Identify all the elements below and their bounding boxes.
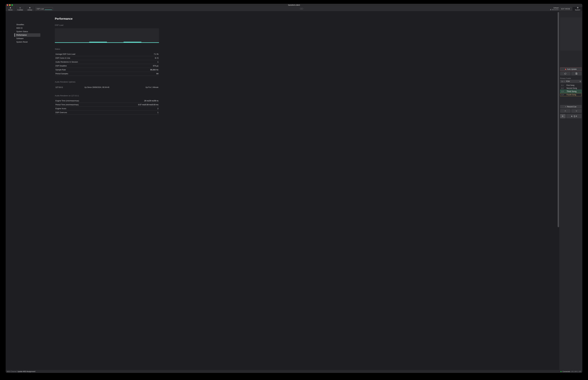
uptime-row: 127.0.0.1 Up Since 29/08/2024, 09:34:40 …: [55, 85, 159, 90]
cuelist-short: QL 1: [561, 80, 565, 82]
app-window: transform.client Home Cuelists Library D…: [6, 4, 582, 373]
cue-number: Q 1: [561, 84, 565, 86]
uptime-for: Up For 1 Minute: [129, 86, 159, 88]
preview-box: [560, 17, 582, 51]
tab-cuelists-label: Cuelists: [17, 9, 23, 11]
status-row: Period Samples64: [55, 72, 159, 76]
chevron-up-icon: [564, 110, 567, 112]
nav-item-performance[interactable]: Performance: [14, 33, 40, 37]
renderer-row: DSP Overruns1: [55, 111, 159, 114]
record-cue-button[interactable]: Record Cue: [560, 105, 582, 109]
renderer-row: Engine Time (min/mean/max)28 ns/29 ns/38…: [55, 99, 159, 103]
midi-channel-value[interactable]: Update MIDI Assignment!: [17, 371, 36, 372]
uptimes-heading: Audio Renderer Uptimes: [55, 81, 159, 83]
cue-row[interactable]: Q 1First Song: [560, 84, 582, 87]
status-key: Sample Rate: [55, 69, 66, 71]
status-heading: Status: [55, 48, 159, 50]
tab-system-label: System: [575, 9, 580, 11]
status-key: Audio Renderers In Session: [55, 61, 78, 63]
go-back-button[interactable]: [560, 114, 566, 118]
connected-dot-icon: [560, 371, 562, 372]
cue-name: Third Song: [567, 90, 576, 93]
tab-library-label: Library: [27, 9, 32, 11]
cue-number: Q 2: [561, 87, 565, 89]
cue-row[interactable]: Q 2Second Song: [560, 87, 582, 90]
undo-icon: [564, 72, 567, 75]
renderer-row: Engine Xruns2: [55, 107, 159, 111]
undo-button[interactable]: [560, 72, 571, 76]
uptime-ip: 127.0.0.1: [55, 86, 84, 88]
window-title: transform.client: [6, 4, 582, 6]
titlebar: transform.client: [6, 4, 582, 6]
renderer-value: 2: [158, 108, 159, 110]
showfile-indicator: Default Autosaved: [550, 7, 558, 10]
cue-name: Fourth Song: [567, 94, 576, 96]
dsp-load-chart: [55, 28, 159, 43]
document-icon: [550, 9, 551, 10]
library-icon: [29, 7, 31, 9]
status-row: Audio Renderers In Session1: [55, 60, 159, 64]
status-key: Period Samples: [55, 73, 68, 75]
renderer-value: 1: [158, 112, 159, 114]
main-content: Performance DSP Load Status Average DSP …: [40, 17, 159, 114]
nav-item-midi-io[interactable]: MIDI IO: [14, 26, 40, 30]
renderer-key: Engine Xruns: [55, 108, 66, 110]
tab-cuelists[interactable]: Cuelists: [15, 6, 25, 11]
scrollbar-thumb[interactable]: [558, 12, 559, 227]
dsp-segment: [124, 42, 141, 43]
gear-icon: [577, 7, 579, 9]
go-button[interactable]: Q 4: [566, 114, 582, 118]
tab-library[interactable]: Library: [25, 6, 35, 11]
nav-item-software[interactable]: Software: [14, 37, 40, 40]
dsp-segment: [55, 42, 89, 43]
status-value: 96,000 Hz: [150, 69, 159, 71]
renderer-key: DSP Overruns: [55, 112, 67, 114]
status-value: 6 / 6: [155, 57, 159, 59]
status-row: DSP Deadline573 μs: [55, 64, 159, 68]
cuelist-panel: Auto Update Primary Cuelist QL 1 FOH ⇅ Q…: [559, 11, 582, 370]
renderer-table: Engine Time (min/mean/max)28 ns/29 ns/38…: [55, 99, 159, 114]
midi-channel-label: MIDI Channel: [7, 371, 17, 372]
nav-item-system-reset[interactable]: System Reset: [14, 40, 40, 44]
renderer-key: Period Time (min/mean/max): [55, 104, 79, 106]
status-key: DSP Deadline: [55, 65, 67, 67]
cue-row[interactable]: Q 3Third Song: [560, 90, 582, 93]
dsp-segment: [141, 42, 159, 43]
nav-item-system-status[interactable]: System Status: [14, 30, 40, 33]
status-table: Average DSP Core Load7.1 %DSP Cores In U…: [55, 52, 159, 76]
dsp-mini-label: DSP Load: [36, 8, 44, 10]
cue-next-button[interactable]: [571, 109, 582, 113]
status-key: Average DSP Core Load: [55, 53, 75, 55]
dsp-load-mini[interactable]: DSP Load: [36, 7, 53, 10]
arrow-left-icon: [562, 115, 564, 117]
tab-home[interactable]: Home: [6, 6, 15, 11]
connected-ip: 192.168.2.100: [571, 371, 581, 372]
status-row: DSP Cores In Use6 / 6: [55, 56, 159, 60]
cuelist-name: FOH: [566, 80, 570, 82]
cue-row[interactable]: Q 4Fourth Song: [560, 93, 582, 96]
nav-item-showfiles[interactable]: Showfiles: [14, 23, 40, 26]
toolbar: Home Cuelists Library DSP Load Default: [6, 6, 582, 11]
cue-prev-button[interactable]: [560, 109, 571, 113]
tab-system[interactable]: System: [573, 7, 582, 11]
cue-table: Q 1First SongQ 2Second SongQ 3Third Song…: [560, 84, 582, 96]
renderer-value: 28 ns/29 ns/38 ns: [144, 100, 159, 102]
record-cue-label: Record Cue: [567, 106, 576, 108]
dsp-segment: [107, 42, 124, 43]
primary-cuelist-label: Primary Cuelist: [560, 77, 582, 79]
edit-mode-button[interactable]: EDIT MODE: [560, 7, 571, 10]
auto-update-button[interactable]: Auto Update: [560, 67, 582, 71]
status-bar: MIDI Channel Update MIDI Assignment! Con…: [6, 370, 582, 373]
dsp-mini-chart: [45, 8, 52, 10]
showfile-name: Default: [553, 7, 559, 9]
fire-icon: [571, 115, 573, 117]
save-button[interactable]: [571, 72, 582, 76]
renderer-value: 0.57 ms/0.59 ms/0.93 ms: [138, 104, 159, 106]
autosaved-label: Autosaved: [552, 9, 558, 11]
status-value: 64: [156, 73, 159, 75]
dsp-load-heading: DSP Load: [55, 24, 159, 26]
connected-label: Connected: [562, 371, 570, 372]
record-icon: [565, 106, 566, 107]
cuelist-select[interactable]: QL 1 FOH ⇅: [560, 80, 582, 83]
status-value: 7.1 %: [154, 53, 159, 55]
